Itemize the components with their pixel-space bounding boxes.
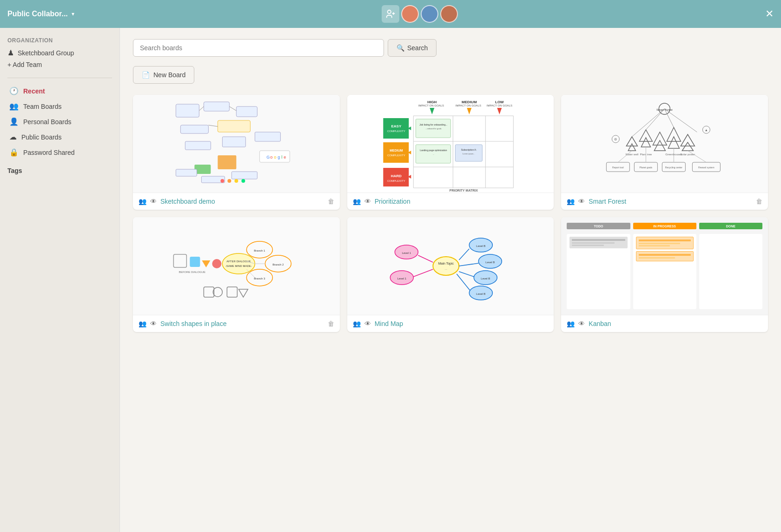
- sidebar-item-public[interactable]: ☁Public Boards: [7, 130, 112, 144]
- board-footer: 👥👁Prioritization: [347, 193, 554, 210]
- board-name[interactable]: Sketchboard demo: [160, 198, 215, 205]
- sidebar-item-recent[interactable]: 🕐Recent: [7, 84, 112, 98]
- svg-point-108: [212, 259, 221, 268]
- board-card-sketchboard-demo[interactable]: G o o g l e: [133, 95, 340, 210]
- avatar[interactable]: [401, 5, 419, 23]
- board-preview: Main Topic ... Level 1 Level 1 Level B L…: [347, 217, 554, 315]
- board-footer: 👥👁Kanban: [561, 315, 768, 332]
- new-board-button[interactable]: 📄 New Board: [133, 66, 194, 84]
- svg-text:Level 1: Level 1: [402, 252, 411, 254]
- nav-icon: ☁: [9, 133, 17, 141]
- board-card-kanban[interactable]: TODO IN PROGRESS DONE: [561, 217, 768, 332]
- team-icon: 👥: [353, 198, 361, 205]
- board-name[interactable]: Mind Map: [375, 320, 403, 327]
- board-name[interactable]: Kanban: [589, 320, 611, 327]
- nav-icon: 👤: [9, 117, 19, 126]
- add-member-button[interactable]: [382, 5, 399, 23]
- sidebar-item-team[interactable]: 👥Team Boards: [7, 99, 112, 113]
- svg-text:EASY: EASY: [391, 124, 401, 128]
- svg-text:HARD: HARD: [390, 174, 401, 178]
- svg-rect-4: [204, 102, 229, 111]
- svg-text:Solar power: Solar power: [681, 153, 695, 156]
- team-icon: 👥: [567, 198, 575, 205]
- svg-text:IMPACT ON GOALS: IMPACT ON GOALS: [486, 104, 512, 107]
- svg-text:Subscription A:: Subscription A:: [461, 148, 476, 151]
- board-footer: 👥👁Switch shapes in place🗑: [133, 315, 340, 332]
- delete-board-button[interactable]: 🗑: [756, 198, 762, 205]
- board-name[interactable]: Prioritization: [375, 198, 410, 205]
- sidebar: Organization ♟ Sketchboard Group + Add T…: [0, 28, 120, 532]
- search-button[interactable]: 🔍 Search: [388, 39, 437, 57]
- svg-marker-37: [467, 108, 471, 114]
- nav-icon: 🕐: [9, 86, 19, 95]
- svg-text:Branch 1: Branch 1: [254, 249, 265, 252]
- avatar[interactable]: [421, 5, 438, 23]
- add-team-button[interactable]: + Add Team: [7, 61, 112, 68]
- board-footer-left: 👥👁Mind Map: [353, 320, 403, 327]
- org-section-title: Organization: [7, 37, 112, 44]
- content-area: 🔍 Search 📄 New Board G o o g: [120, 28, 781, 532]
- main-layout: Organization ♟ Sketchboard Group + Add T…: [0, 28, 781, 532]
- svg-point-123: [213, 287, 222, 297]
- delete-board-button[interactable]: 🗑: [328, 198, 334, 205]
- board-card-smart-forest[interactable]: Smart Forest ⚙ ▲ Water well Plant tree G…: [561, 95, 768, 210]
- close-button[interactable]: ✕: [765, 8, 774, 20]
- board-card-prioritization[interactable]: HIGH MEDIUM LOW IMPACT ON GOALS IMPACT O…: [347, 95, 554, 210]
- svg-rect-106: [190, 257, 200, 267]
- svg-line-20: [199, 106, 204, 111]
- svg-rect-3: [176, 104, 199, 117]
- svg-text:LOW: LOW: [495, 100, 504, 104]
- svg-point-28: [234, 179, 238, 183]
- sidebar-item-personal[interactable]: 👤Personal Boards: [7, 114, 112, 129]
- svg-line-21: [229, 106, 236, 111]
- search-bar: 🔍 Search: [133, 39, 768, 57]
- svg-text:Main Topic: Main Topic: [438, 262, 454, 266]
- avatar[interactable]: [440, 5, 458, 23]
- board-footer: 👥👁Mind Map: [347, 315, 554, 332]
- svg-line-131: [418, 255, 433, 262]
- nav-label: Recent: [23, 87, 45, 95]
- svg-text:...: ...: [444, 267, 447, 270]
- svg-marker-71: [640, 130, 653, 141]
- nav-icon: 🔒: [9, 148, 19, 157]
- sidebar-item-password[interactable]: 🔒Password Shared: [7, 145, 112, 160]
- board-name[interactable]: Switch shapes in place: [160, 320, 226, 327]
- svg-text:PRIORITY MATRIX: PRIORITY MATRIX: [449, 189, 478, 192]
- svg-point-26: [220, 179, 224, 183]
- svg-text:Branch 2: Branch 2: [272, 263, 284, 266]
- avatar-group: [382, 5, 458, 23]
- svg-text:Level B: Level B: [476, 293, 485, 295]
- nav-label: Password Shared: [23, 149, 75, 156]
- svg-text:Smart Forest: Smart Forest: [656, 108, 673, 111]
- org-name[interactable]: ♟ Sketchboard Group: [7, 48, 112, 57]
- board-name[interactable]: Smart Forest: [589, 198, 626, 205]
- board-card-mind-map[interactable]: Main Topic ... Level 1 Level 1 Level B L…: [347, 217, 554, 332]
- org-name-label: Sketchboard Group: [18, 49, 74, 57]
- team-icon: 👥: [567, 320, 575, 327]
- svg-rect-16: [222, 137, 245, 147]
- svg-line-146: [457, 274, 470, 291]
- svg-text:-SAME MIND MADE-: -SAME MIND MADE-: [225, 265, 252, 267]
- board-footer-left: 👥👁Kanban: [567, 320, 611, 327]
- svg-line-101: [618, 151, 632, 162]
- delete-board-button[interactable]: 🗑: [328, 320, 334, 327]
- svg-marker-73: [653, 132, 667, 145]
- svg-marker-125: [238, 289, 248, 297]
- svg-line-137: [459, 249, 469, 260]
- search-input[interactable]: [133, 39, 384, 57]
- board-preview: BEFORE DIALOGUE Branch 1 Branch 2 Branch…: [133, 217, 340, 315]
- svg-text:Level B: Level B: [485, 261, 495, 264]
- chevron-down-icon[interactable]: ▾: [72, 11, 74, 17]
- svg-point-0: [387, 10, 390, 13]
- svg-text:COMPLEXITY: COMPLEXITY: [387, 130, 405, 133]
- svg-text:IMPACT ON GOALS: IMPACT ON GOALS: [455, 104, 481, 107]
- board-card-switch-shapes[interactable]: BEFORE DIALOGUE Branch 1 Branch 2 Branch…: [133, 217, 340, 332]
- svg-rect-6: [180, 125, 208, 133]
- boards-grid: G o o g l e: [133, 95, 768, 332]
- svg-marker-72: [642, 138, 651, 147]
- board-footer-left: 👥👁Prioritization: [353, 198, 410, 205]
- svg-text:Reward system: Reward system: [698, 166, 714, 169]
- svg-marker-38: [497, 108, 502, 114]
- svg-marker-77: [681, 134, 695, 146]
- new-board-label: New Board: [153, 71, 185, 79]
